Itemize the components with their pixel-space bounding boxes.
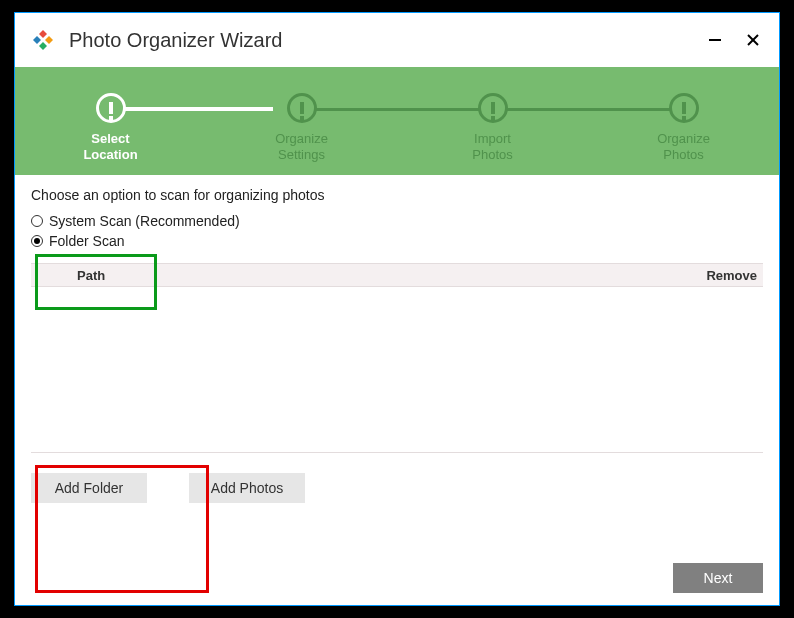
step-connector: [309, 108, 485, 111]
app-logo-icon: [31, 28, 55, 52]
alert-icon: [669, 93, 699, 123]
minimize-button[interactable]: [705, 30, 725, 50]
alert-icon: [478, 93, 508, 123]
step-label: Organize: [275, 131, 328, 146]
add-folder-button[interactable]: Add Folder: [31, 473, 147, 503]
add-photos-button[interactable]: Add Photos: [189, 473, 305, 503]
radio-folder-scan[interactable]: Folder Scan: [31, 233, 763, 249]
column-path: Path: [31, 268, 683, 283]
column-remove: Remove: [683, 268, 763, 283]
wizard-steps: SelectLocation OrganizeSettings ImportPh…: [15, 67, 779, 175]
step-label: Select: [91, 131, 129, 146]
title-bar: Photo Organizer Wizard: [15, 13, 779, 67]
step-label: Import: [474, 131, 511, 146]
close-button[interactable]: [743, 30, 763, 50]
radio-icon: [31, 235, 43, 247]
folder-table-header: Path Remove: [31, 263, 763, 287]
radio-system-scan[interactable]: System Scan (Recommended): [31, 213, 763, 229]
step-import-photos: ImportPhotos: [397, 93, 588, 162]
alert-icon: [287, 93, 317, 123]
step-label: Photos: [472, 147, 512, 162]
step-label: Organize: [657, 131, 710, 146]
instruction-text: Choose an option to scan for organizing …: [31, 187, 763, 203]
step-label: Location: [83, 147, 137, 162]
step-select-location: SelectLocation: [15, 93, 206, 162]
radio-label: Folder Scan: [49, 233, 124, 249]
alert-icon: [96, 93, 126, 123]
window-frame: Photo Organizer Wizard SelectLocation Or…: [14, 12, 780, 606]
step-connector: [120, 107, 273, 111]
action-buttons: Add Folder Add Photos: [31, 473, 763, 503]
step-label: Photos: [663, 147, 703, 162]
step-organize-settings: OrganizeSettings: [206, 93, 397, 162]
step-connector: [496, 108, 672, 111]
step-label: Settings: [278, 147, 325, 162]
radio-icon: [31, 215, 43, 227]
next-button[interactable]: Next: [673, 563, 763, 593]
window-controls: [705, 30, 771, 50]
window-title: Photo Organizer Wizard: [69, 29, 705, 52]
content-area: Choose an option to scan for organizing …: [15, 175, 779, 503]
folder-table-body: [31, 287, 763, 453]
radio-label: System Scan (Recommended): [49, 213, 240, 229]
footer: Next: [673, 563, 763, 593]
step-organize-photos: OrganizePhotos: [588, 93, 779, 162]
